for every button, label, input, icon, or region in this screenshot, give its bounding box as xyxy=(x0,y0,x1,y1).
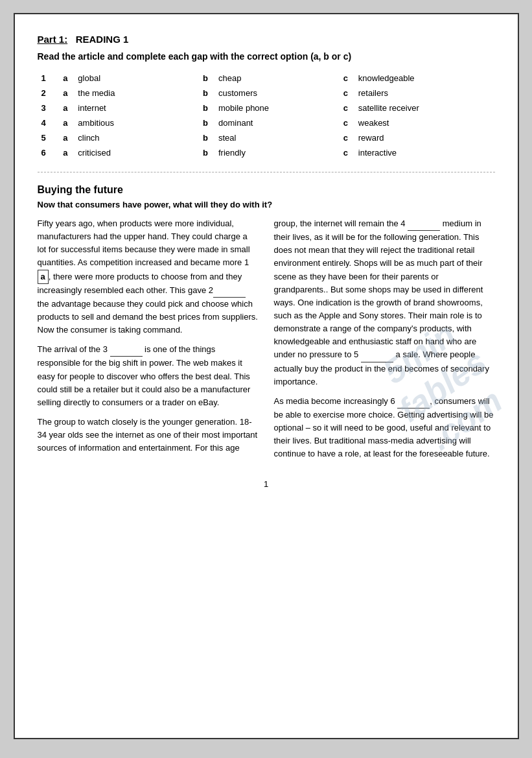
option-row-1: 1a globalb cheapc knowledgeable xyxy=(38,71,495,86)
option-b-letter: b xyxy=(199,145,214,160)
option-b-letter: b xyxy=(199,71,214,86)
blank-6 xyxy=(397,395,430,409)
option-c-letter: c xyxy=(340,130,354,145)
left-para-3: The group to watch closely is the younge… xyxy=(38,416,259,455)
option-a-text: global xyxy=(74,71,199,86)
option-a-text: the media xyxy=(74,86,199,101)
option-c-letter: c xyxy=(340,101,354,115)
option-num: 2 xyxy=(38,86,60,101)
left-column: Fifty years ago, when products were more… xyxy=(38,217,259,468)
option-a-text: criticised xyxy=(74,145,199,160)
option-b-letter: b xyxy=(199,130,214,145)
option-b-text: friendly xyxy=(214,145,340,160)
option-row-5: 5a clinchb stealc reward xyxy=(38,130,495,145)
option-c-letter: c xyxy=(340,145,354,160)
option-c-letter: c xyxy=(340,71,354,86)
option-c-text: interactive xyxy=(354,145,495,160)
left-para-2: The arrival of the 3 is one of the thing… xyxy=(38,343,259,409)
option-a-letter: a xyxy=(59,71,74,86)
option-row-4: 4a ambitiousb dominantc weakest xyxy=(38,115,495,130)
option-c-text: knowledgeable xyxy=(354,71,495,86)
article-subtitle: Now that consumers have power, what will… xyxy=(38,200,495,209)
article-title: Buying the future xyxy=(38,184,495,196)
option-num: 1 xyxy=(38,71,60,86)
right-para-1: group, the internet will remain the 4 me… xyxy=(274,217,495,388)
option-a-letter: a xyxy=(59,130,74,145)
option-num: 5 xyxy=(38,130,60,145)
part-header: Part 1: READING 1 xyxy=(38,34,495,45)
options-table: 1a globalb cheapc knowledgeable2a the me… xyxy=(38,71,495,160)
option-a-text: ambitious xyxy=(74,115,199,130)
option-a-letter: a xyxy=(59,145,74,160)
right-column: group, the internet will remain the 4 me… xyxy=(274,217,495,468)
option-b-text: dominant xyxy=(214,115,340,130)
left-para-1: Fifty years ago, when products were more… xyxy=(38,217,259,337)
option-b-letter: b xyxy=(199,101,214,115)
option-c-text: weakest xyxy=(354,115,495,130)
option-b-text: steal xyxy=(214,130,340,145)
section-divider xyxy=(38,172,495,172)
option-row-3: 3a internetb mobile phonec satellite rec… xyxy=(38,101,495,115)
option-row-2: 2a the mediab customersc retailers xyxy=(38,86,495,101)
blank-4 xyxy=(408,217,440,231)
option-b-letter: b xyxy=(199,86,214,101)
option-b-text: cheap xyxy=(214,71,340,86)
part-title: READING 1 xyxy=(76,34,129,45)
option-b-text: mobile phone xyxy=(214,101,340,115)
blank-3 xyxy=(110,343,143,357)
blank-5 xyxy=(361,348,393,362)
option-c-letter: c xyxy=(340,86,354,101)
option-num: 4 xyxy=(38,115,60,130)
option-c-text: satellite receiver xyxy=(354,101,495,115)
option-num: 3 xyxy=(38,101,60,115)
article-body: Fifty years ago, when products were more… xyxy=(38,217,495,468)
option-num: 6 xyxy=(38,145,60,160)
option-a-letter: a xyxy=(59,86,74,101)
answer-1: a xyxy=(38,270,49,284)
option-c-letter: c xyxy=(340,115,354,130)
option-a-letter: a xyxy=(59,115,74,130)
option-b-text: customers xyxy=(214,86,340,101)
blank-2 xyxy=(213,284,246,298)
instruction: Read the article and complete each gap w… xyxy=(38,51,495,62)
option-b-letter: b xyxy=(199,115,214,130)
option-a-text: clinch xyxy=(74,130,199,145)
part-label: Part 1: xyxy=(38,34,68,45)
option-c-text: reward xyxy=(354,130,495,145)
right-para-2: As media become increasingly 6 , consume… xyxy=(274,395,495,461)
option-row-6: 6a criticisedb friendlyc interactive xyxy=(38,145,495,160)
option-c-text: retailers xyxy=(354,86,495,101)
page-number: 1 xyxy=(38,479,495,489)
option-a-letter: a xyxy=(59,101,74,115)
page: Part 1: READING 1 Read the article and c… xyxy=(14,13,519,739)
option-a-text: internet xyxy=(74,101,199,115)
